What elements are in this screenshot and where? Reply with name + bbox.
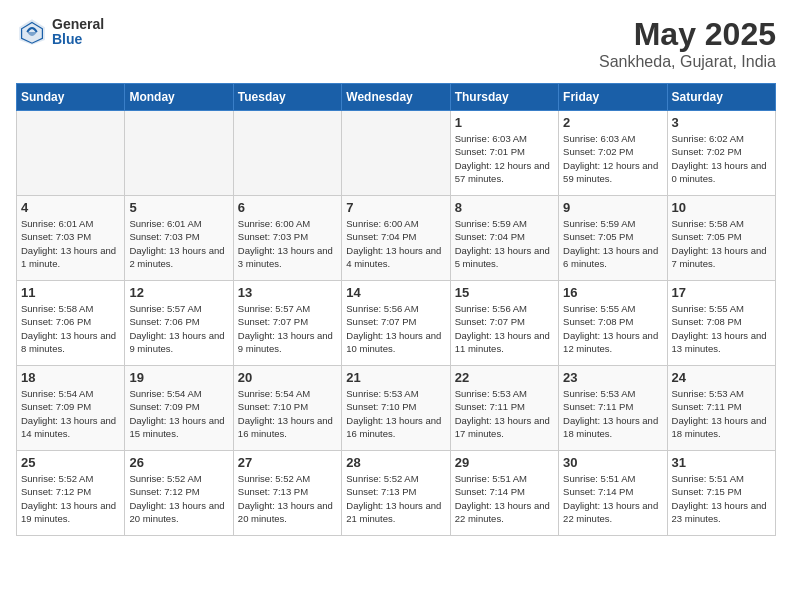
calendar-cell: 2Sunrise: 6:03 AM Sunset: 7:02 PM Daylig… [559,111,667,196]
calendar-cell: 26Sunrise: 5:52 AM Sunset: 7:12 PM Dayli… [125,451,233,536]
calendar-cell: 24Sunrise: 5:53 AM Sunset: 7:11 PM Dayli… [667,366,775,451]
day-number: 26 [129,455,228,470]
calendar-cell: 16Sunrise: 5:55 AM Sunset: 7:08 PM Dayli… [559,281,667,366]
day-number: 31 [672,455,771,470]
location-title: Sankheda, Gujarat, India [599,53,776,71]
calendar-cell: 5Sunrise: 6:01 AM Sunset: 7:03 PM Daylig… [125,196,233,281]
day-info: Sunrise: 5:51 AM Sunset: 7:14 PM Dayligh… [455,472,554,525]
calendar-cell: 25Sunrise: 5:52 AM Sunset: 7:12 PM Dayli… [17,451,125,536]
day-info: Sunrise: 5:56 AM Sunset: 7:07 PM Dayligh… [455,302,554,355]
weekday-header-row: SundayMondayTuesdayWednesdayThursdayFrid… [17,84,776,111]
day-number: 7 [346,200,445,215]
calendar-cell [342,111,450,196]
day-number: 10 [672,200,771,215]
day-info: Sunrise: 5:55 AM Sunset: 7:08 PM Dayligh… [563,302,662,355]
calendar-cell: 8Sunrise: 5:59 AM Sunset: 7:04 PM Daylig… [450,196,558,281]
calendar-cell: 6Sunrise: 6:00 AM Sunset: 7:03 PM Daylig… [233,196,341,281]
day-number: 16 [563,285,662,300]
day-number: 17 [672,285,771,300]
day-number: 9 [563,200,662,215]
calendar-cell: 23Sunrise: 5:53 AM Sunset: 7:11 PM Dayli… [559,366,667,451]
calendar-cell: 27Sunrise: 5:52 AM Sunset: 7:13 PM Dayli… [233,451,341,536]
day-info: Sunrise: 6:02 AM Sunset: 7:02 PM Dayligh… [672,132,771,185]
logo-general: General [52,17,104,32]
day-info: Sunrise: 5:54 AM Sunset: 7:09 PM Dayligh… [129,387,228,440]
day-info: Sunrise: 6:03 AM Sunset: 7:01 PM Dayligh… [455,132,554,185]
week-row-4: 18Sunrise: 5:54 AM Sunset: 7:09 PM Dayli… [17,366,776,451]
calendar-cell: 31Sunrise: 5:51 AM Sunset: 7:15 PM Dayli… [667,451,775,536]
weekday-header-friday: Friday [559,84,667,111]
weekday-header-monday: Monday [125,84,233,111]
logo-icon [16,16,48,48]
calendar-cell: 18Sunrise: 5:54 AM Sunset: 7:09 PM Dayli… [17,366,125,451]
week-row-1: 1Sunrise: 6:03 AM Sunset: 7:01 PM Daylig… [17,111,776,196]
day-number: 2 [563,115,662,130]
day-number: 30 [563,455,662,470]
calendar-cell: 29Sunrise: 5:51 AM Sunset: 7:14 PM Dayli… [450,451,558,536]
calendar-cell: 1Sunrise: 6:03 AM Sunset: 7:01 PM Daylig… [450,111,558,196]
month-title: May 2025 [599,16,776,53]
day-number: 21 [346,370,445,385]
day-number: 20 [238,370,337,385]
day-number: 24 [672,370,771,385]
logo-text: General Blue [52,17,104,48]
calendar-cell: 7Sunrise: 6:00 AM Sunset: 7:04 PM Daylig… [342,196,450,281]
calendar-cell: 10Sunrise: 5:58 AM Sunset: 7:05 PM Dayli… [667,196,775,281]
day-info: Sunrise: 5:52 AM Sunset: 7:12 PM Dayligh… [129,472,228,525]
day-number: 12 [129,285,228,300]
calendar-cell: 14Sunrise: 5:56 AM Sunset: 7:07 PM Dayli… [342,281,450,366]
calendar-cell: 21Sunrise: 5:53 AM Sunset: 7:10 PM Dayli… [342,366,450,451]
weekday-header-saturday: Saturday [667,84,775,111]
day-info: Sunrise: 5:53 AM Sunset: 7:11 PM Dayligh… [455,387,554,440]
day-info: Sunrise: 5:59 AM Sunset: 7:04 PM Dayligh… [455,217,554,270]
calendar-cell: 20Sunrise: 5:54 AM Sunset: 7:10 PM Dayli… [233,366,341,451]
week-row-2: 4Sunrise: 6:01 AM Sunset: 7:03 PM Daylig… [17,196,776,281]
calendar-cell: 15Sunrise: 5:56 AM Sunset: 7:07 PM Dayli… [450,281,558,366]
day-info: Sunrise: 5:56 AM Sunset: 7:07 PM Dayligh… [346,302,445,355]
weekday-header-tuesday: Tuesday [233,84,341,111]
day-number: 25 [21,455,120,470]
day-number: 22 [455,370,554,385]
day-info: Sunrise: 5:57 AM Sunset: 7:07 PM Dayligh… [238,302,337,355]
logo: General Blue [16,16,104,48]
calendar-cell: 28Sunrise: 5:52 AM Sunset: 7:13 PM Dayli… [342,451,450,536]
calendar-cell: 17Sunrise: 5:55 AM Sunset: 7:08 PM Dayli… [667,281,775,366]
day-info: Sunrise: 5:52 AM Sunset: 7:12 PM Dayligh… [21,472,120,525]
day-number: 3 [672,115,771,130]
calendar-cell: 19Sunrise: 5:54 AM Sunset: 7:09 PM Dayli… [125,366,233,451]
day-number: 13 [238,285,337,300]
day-info: Sunrise: 5:53 AM Sunset: 7:11 PM Dayligh… [563,387,662,440]
day-info: Sunrise: 5:58 AM Sunset: 7:06 PM Dayligh… [21,302,120,355]
day-info: Sunrise: 6:00 AM Sunset: 7:03 PM Dayligh… [238,217,337,270]
day-info: Sunrise: 6:03 AM Sunset: 7:02 PM Dayligh… [563,132,662,185]
day-number: 4 [21,200,120,215]
day-info: Sunrise: 6:01 AM Sunset: 7:03 PM Dayligh… [21,217,120,270]
calendar-cell: 11Sunrise: 5:58 AM Sunset: 7:06 PM Dayli… [17,281,125,366]
day-info: Sunrise: 5:57 AM Sunset: 7:06 PM Dayligh… [129,302,228,355]
day-info: Sunrise: 5:51 AM Sunset: 7:14 PM Dayligh… [563,472,662,525]
day-info: Sunrise: 6:00 AM Sunset: 7:04 PM Dayligh… [346,217,445,270]
day-number: 1 [455,115,554,130]
calendar-cell: 9Sunrise: 5:59 AM Sunset: 7:05 PM Daylig… [559,196,667,281]
day-number: 5 [129,200,228,215]
day-info: Sunrise: 5:54 AM Sunset: 7:09 PM Dayligh… [21,387,120,440]
day-info: Sunrise: 5:51 AM Sunset: 7:15 PM Dayligh… [672,472,771,525]
page-header: General Blue May 2025 Sankheda, Gujarat,… [16,16,776,71]
day-info: Sunrise: 5:52 AM Sunset: 7:13 PM Dayligh… [238,472,337,525]
week-row-5: 25Sunrise: 5:52 AM Sunset: 7:12 PM Dayli… [17,451,776,536]
day-info: Sunrise: 5:55 AM Sunset: 7:08 PM Dayligh… [672,302,771,355]
title-block: May 2025 Sankheda, Gujarat, India [599,16,776,71]
day-number: 8 [455,200,554,215]
day-number: 27 [238,455,337,470]
day-info: Sunrise: 5:59 AM Sunset: 7:05 PM Dayligh… [563,217,662,270]
calendar-cell [233,111,341,196]
weekday-header-wednesday: Wednesday [342,84,450,111]
day-number: 29 [455,455,554,470]
day-number: 11 [21,285,120,300]
calendar-cell: 30Sunrise: 5:51 AM Sunset: 7:14 PM Dayli… [559,451,667,536]
day-number: 14 [346,285,445,300]
day-info: Sunrise: 5:53 AM Sunset: 7:11 PM Dayligh… [672,387,771,440]
day-info: Sunrise: 5:54 AM Sunset: 7:10 PM Dayligh… [238,387,337,440]
calendar-cell: 3Sunrise: 6:02 AM Sunset: 7:02 PM Daylig… [667,111,775,196]
day-number: 23 [563,370,662,385]
